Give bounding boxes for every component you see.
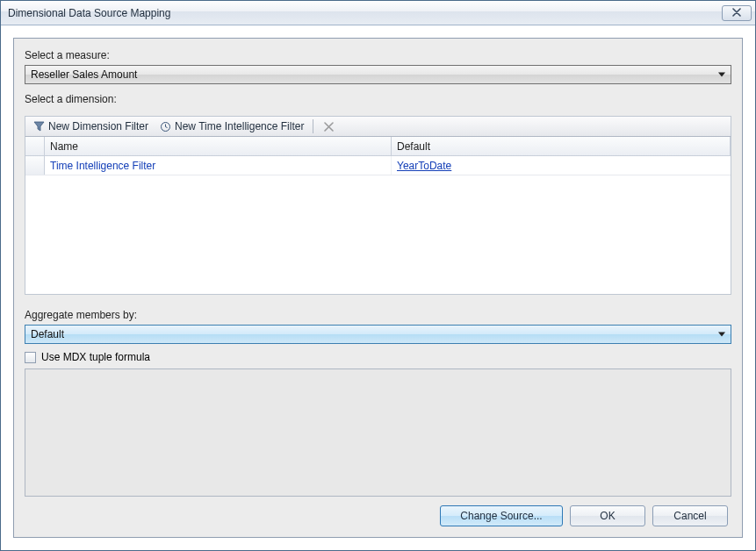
new-time-intelligence-filter-button[interactable]: New Time Intelligence Filter bbox=[155, 118, 307, 134]
column-header-name[interactable]: Name bbox=[45, 137, 392, 155]
content-area: Select a measure: Reseller Sales Amount … bbox=[1, 25, 755, 550]
dialog-window: Dimensional Data Source Mapping Select a… bbox=[0, 0, 756, 551]
delete-icon bbox=[322, 120, 335, 132]
close-button[interactable] bbox=[722, 5, 752, 21]
measure-value: Reseller Sales Amount bbox=[31, 68, 137, 81]
table-row[interactable]: Time Intelligence Filter YearToDate bbox=[25, 156, 731, 175]
mdx-checkbox[interactable] bbox=[25, 352, 36, 363]
dimension-label: Select a dimension: bbox=[25, 93, 731, 105]
window-title: Dimensional Data Source Mapping bbox=[8, 7, 722, 19]
delete-filter-button[interactable] bbox=[319, 118, 338, 134]
default-link[interactable]: YearToDate bbox=[397, 160, 451, 172]
row-header-corner bbox=[25, 137, 45, 155]
toolbar-separator bbox=[313, 119, 313, 133]
chevron-down-icon bbox=[718, 73, 725, 77]
aggregate-value: Default bbox=[31, 328, 64, 340]
titlebar: Dimensional Data Source Mapping bbox=[1, 1, 755, 25]
ok-label: OK bbox=[600, 510, 615, 522]
change-source-label: Change Source... bbox=[460, 510, 542, 522]
grid-empty-area bbox=[25, 175, 731, 294]
column-header-default[interactable]: Default bbox=[392, 137, 731, 155]
measure-dropdown[interactable]: Reseller Sales Amount bbox=[25, 65, 731, 84]
new-dimension-filter-button[interactable]: New Dimension Filter bbox=[29, 118, 152, 134]
ok-button[interactable]: OK bbox=[570, 505, 645, 526]
mdx-checkbox-label: Use MDX tuple formula bbox=[41, 351, 150, 363]
dimension-toolbar: New Dimension Filter New Time Intelligen… bbox=[25, 116, 731, 137]
cell-name[interactable]: Time Intelligence Filter bbox=[45, 156, 392, 175]
row-handle[interactable] bbox=[25, 156, 45, 175]
cancel-label: Cancel bbox=[673, 510, 706, 522]
cell-default[interactable]: YearToDate bbox=[392, 156, 731, 175]
close-icon bbox=[732, 8, 741, 18]
grid-header: Name Default bbox=[25, 137, 731, 156]
measure-label: Select a measure: bbox=[25, 49, 731, 61]
chevron-down-icon bbox=[718, 333, 725, 337]
inner-panel: Select a measure: Reseller Sales Amount … bbox=[13, 38, 743, 538]
aggregate-dropdown[interactable]: Default bbox=[25, 325, 731, 344]
aggregate-label: Aggregate members by: bbox=[25, 309, 731, 321]
dialog-buttons: Change Source... OK Cancel bbox=[25, 497, 731, 528]
new-time-filter-label: New Time Intelligence Filter bbox=[175, 120, 304, 132]
dimension-grid: Name Default Time Intelligence Filter Ye… bbox=[25, 137, 731, 295]
change-source-button[interactable]: Change Source... bbox=[440, 505, 563, 526]
funnel-icon bbox=[32, 120, 45, 132]
new-dimension-filter-label: New Dimension Filter bbox=[48, 120, 148, 132]
clock-funnel-icon bbox=[159, 120, 171, 132]
mdx-formula-textarea bbox=[25, 369, 731, 497]
cancel-button[interactable]: Cancel bbox=[652, 505, 728, 526]
mdx-checkbox-row: Use MDX tuple formula bbox=[25, 351, 731, 363]
